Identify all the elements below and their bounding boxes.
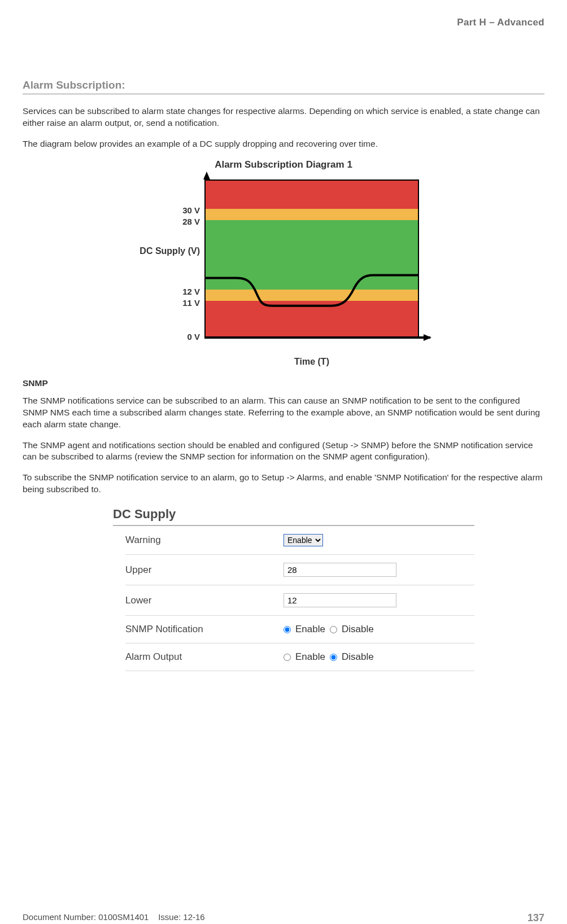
- alarm-output-disable-radio[interactable]: [330, 654, 337, 661]
- label-upper: Upper: [125, 564, 284, 576]
- paragraph-intro-2: The diagram below provides an example of…: [23, 138, 544, 150]
- row-upper: Upper: [125, 555, 474, 585]
- footer-doc-number: Document Number: 0100SM1401: [23, 912, 149, 922]
- ytick-11v: 11 V: [182, 298, 200, 308]
- chart-plot-area: [204, 179, 419, 338]
- row-warning: Warning Enable: [125, 526, 474, 555]
- row-snmp-notification: SNMP Notification Enable Disable: [125, 616, 474, 643]
- dc-supply-form: DC Supply Warning Enable Upper Lower SNM…: [113, 507, 474, 671]
- label-snmp-notification: SNMP Notification: [125, 624, 284, 635]
- label-warning: Warning: [125, 535, 284, 546]
- paragraph-snmp-1: The SNMP notifications service can be su…: [23, 395, 544, 431]
- label-alarm-output: Alarm Output: [125, 651, 284, 663]
- page-footer: Document Number: 0100SM1401 Issue: 12-16…: [23, 912, 544, 924]
- x-axis-arrow-icon: [424, 334, 431, 341]
- snmp-enable-label: Enable: [295, 624, 325, 635]
- alarm-output-disable-label: Disable: [342, 651, 374, 663]
- y-axis-arrow-icon: [203, 172, 210, 179]
- voltage-trace: [206, 181, 418, 336]
- section-title-alarm-subscription: Alarm Subscription:: [23, 79, 544, 94]
- upper-input[interactable]: [284, 563, 396, 577]
- x-axis-line: [204, 336, 430, 339]
- ytick-30v: 30 V: [182, 205, 200, 215]
- form-header: DC Supply: [113, 507, 474, 526]
- row-alarm-output: Alarm Output Enable Disable: [125, 643, 474, 671]
- ytick-28v: 28 V: [182, 217, 200, 226]
- y-axis-label: DC Supply (V): [139, 246, 200, 256]
- x-axis-label: Time (T): [204, 357, 419, 367]
- footer-issue: Issue: 12-16: [158, 912, 205, 922]
- footer-page-number: 137: [527, 912, 544, 924]
- ytick-0v: 0 V: [187, 332, 200, 341]
- alarm-subscription-diagram: Alarm Subscription Diagram 1 30 V 28 V D…: [103, 159, 464, 367]
- snmp-disable-radio[interactable]: [330, 626, 337, 633]
- alarm-output-enable-label: Enable: [295, 651, 325, 663]
- lower-input[interactable]: [284, 593, 396, 607]
- subheading-snmp: SNMP: [23, 378, 544, 388]
- warning-select[interactable]: Enable: [284, 534, 323, 546]
- ytick-12v: 12 V: [182, 287, 200, 296]
- paragraph-snmp-3: To subscribe the SNMP notification servi…: [23, 472, 544, 496]
- label-lower: Lower: [125, 595, 284, 606]
- row-lower: Lower: [125, 585, 474, 616]
- diagram-title: Alarm Subscription Diagram 1: [103, 159, 464, 170]
- alarm-output-enable-radio[interactable]: [284, 654, 291, 661]
- snmp-disable-label: Disable: [342, 624, 374, 635]
- snmp-enable-radio[interactable]: [284, 626, 291, 633]
- paragraph-snmp-2: The SNMP agent and notifications section…: [23, 440, 544, 463]
- paragraph-intro-1: Services can be subscribed to alarm stat…: [23, 106, 544, 129]
- part-header: Part H – Advanced: [23, 17, 544, 28]
